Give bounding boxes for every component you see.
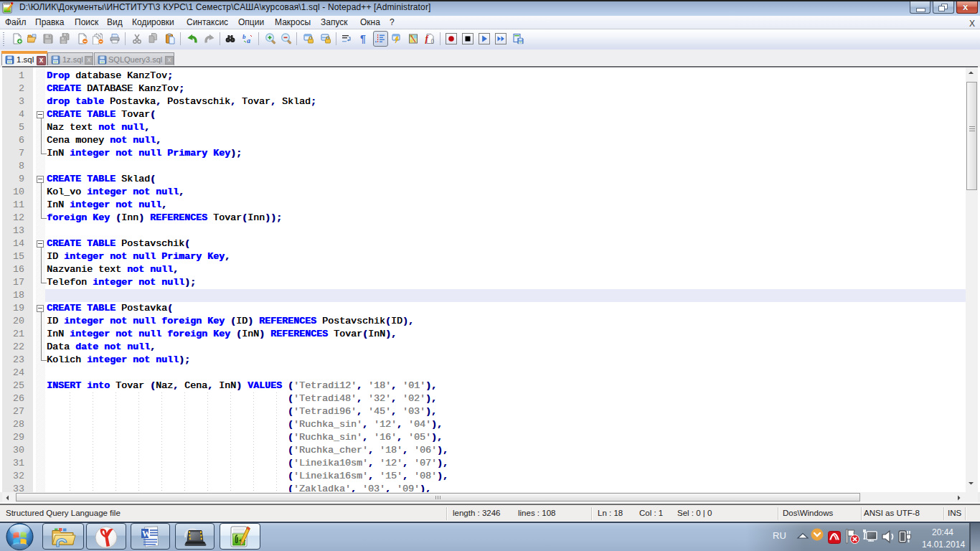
svg-text:a: a: [247, 37, 250, 44]
svg-text:(): (): [430, 38, 434, 44]
svg-text:b: b: [242, 33, 246, 40]
svg-text:W: W: [142, 529, 151, 539]
svg-text:¶: ¶: [360, 33, 366, 44]
